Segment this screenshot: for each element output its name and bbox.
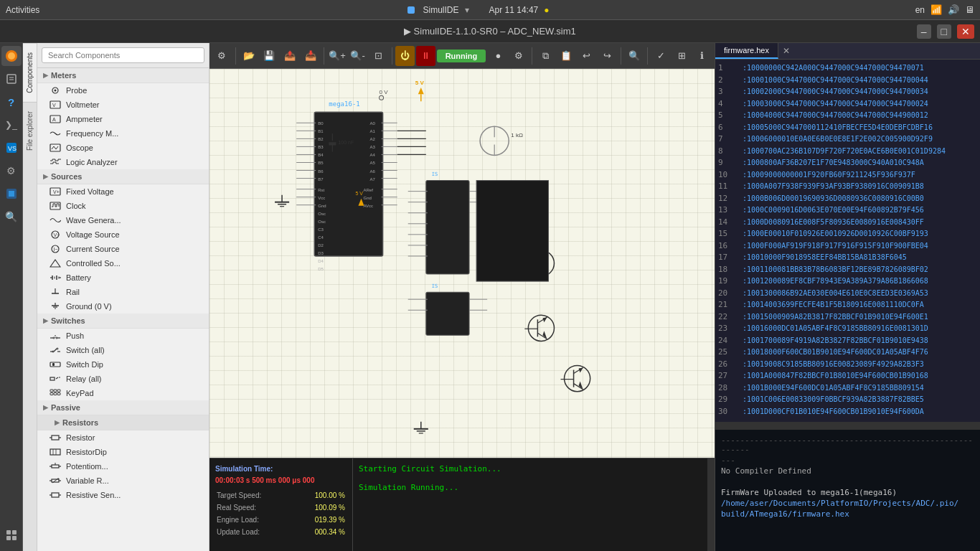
pause-btn[interactable]: ⏸ bbox=[416, 46, 435, 66]
circuit-canvas[interactable]: mega16-1 B0 B1 B2 B3 B4 B5 B6 B7 Rst Vcc… bbox=[209, 69, 715, 458]
zoom-fit-btn[interactable]: ⊡ bbox=[369, 46, 388, 66]
info-btn[interactable]: ℹ bbox=[692, 46, 712, 66]
sidebar-icon-files[interactable] bbox=[1, 69, 22, 89]
item-voltage-source[interactable]: V~ Voltage Source bbox=[37, 227, 209, 242]
sidebar-icon-firefox[interactable] bbox=[1, 46, 22, 66]
sidebar-icon-vscode[interactable]: VS bbox=[1, 138, 22, 158]
power-btn[interactable]: ⏻ bbox=[395, 46, 415, 66]
search-input[interactable] bbox=[42, 47, 204, 63]
item-current-source[interactable]: I~ Current Source bbox=[37, 242, 209, 256]
app-name[interactable]: SimulIDE bbox=[423, 5, 459, 15]
dropdown-arrow[interactable]: ▾ bbox=[465, 5, 469, 15]
hex-line: 15 :1000E00010F010926E0010926D0010926C00… bbox=[718, 228, 977, 240]
redo-btn[interactable]: ↪ bbox=[598, 46, 617, 66]
paste-btn[interactable]: 📋 bbox=[557, 46, 576, 66]
open-btn[interactable]: 📂 bbox=[240, 46, 259, 66]
item-fixed-voltage[interactable]: V+ Fixed Voltage bbox=[37, 184, 209, 199]
hex-line: 18 :1001100081BB83B78B6083BF12BE89B78260… bbox=[718, 264, 977, 276]
sidebar-icon-grid[interactable] bbox=[1, 525, 22, 545]
check-btn[interactable]: ✓ bbox=[651, 46, 671, 66]
item-probe[interactable]: Probe bbox=[37, 83, 209, 98]
simulation-console[interactable]: Starting Circuit Simulation... Simulatio… bbox=[353, 458, 707, 551]
grid-btn[interactable]: ⊞ bbox=[672, 46, 692, 66]
sidebar-icon-settings[interactable]: ⚙ bbox=[1, 161, 22, 181]
zoom-in-btn[interactable]: 🔍+ bbox=[328, 46, 347, 66]
sidebar-icon-help[interactable]: ? bbox=[1, 92, 22, 112]
vtab-file-explorer[interactable]: File explorer bbox=[23, 102, 37, 159]
display-icon: 🖥 bbox=[965, 4, 974, 15]
passive-header[interactable]: ▶ Passive bbox=[37, 400, 209, 415]
sources-header[interactable]: ▶ Sources bbox=[37, 169, 209, 184]
hex-line: 16 :1000F000AF919F918F917F916F915F910F90… bbox=[718, 240, 977, 253]
resistors-label: Resistors bbox=[62, 418, 98, 427]
svg-text:B1: B1 bbox=[318, 129, 324, 133]
item-resistive-sensor[interactable]: Resistive Sen... bbox=[37, 488, 209, 502]
undo-btn[interactable]: ↩ bbox=[578, 46, 597, 66]
hex-scrollbar[interactable] bbox=[715, 422, 980, 429]
item-relay-all[interactable]: Relay (all) bbox=[37, 372, 209, 386]
sim-scrollbar[interactable] bbox=[707, 458, 715, 551]
zoom-out-btn[interactable]: 🔍- bbox=[348, 46, 367, 66]
item-rail[interactable]: Rail bbox=[37, 285, 209, 299]
item-potentiometer[interactable]: Potentiom... bbox=[37, 459, 209, 474]
hex-line: 30 :1001D000CF01B010E94F600CB01B9010E94F… bbox=[718, 406, 977, 418]
svg-text:V: V bbox=[52, 103, 56, 108]
svg-rect-145 bbox=[426, 292, 469, 335]
hex-line: 9 :1000800AF36B207E1F70E9483000C940A010C… bbox=[718, 157, 977, 169]
hex-line: 27 :1001A000847F82BBCF01B8010E94F600CB01… bbox=[718, 370, 977, 382]
item-battery[interactable]: Battery bbox=[37, 270, 209, 285]
item-switch-all[interactable]: Switch (all) bbox=[37, 343, 209, 357]
settings-btn[interactable]: ⚙ bbox=[212, 46, 232, 66]
meters-header[interactable]: ▶ Meters bbox=[37, 68, 209, 83]
svg-text:A5: A5 bbox=[370, 161, 376, 165]
export-btn[interactable]: 📤 bbox=[281, 46, 300, 66]
item-keypad[interactable]: KeyPad bbox=[37, 386, 209, 400]
save-btn[interactable]: 💾 bbox=[260, 46, 279, 66]
item-wave-gen[interactable]: Wave Genera... bbox=[37, 213, 209, 227]
copy-btn[interactable]: ⧉ bbox=[536, 46, 555, 66]
item-resistor-dip[interactable]: ResistorDip bbox=[37, 445, 209, 459]
resistors-subheader[interactable]: ▶ Resistors bbox=[37, 415, 209, 430]
item-controlled-source[interactable]: Controlled So... bbox=[37, 256, 209, 270]
svg-text:VS: VS bbox=[8, 145, 17, 152]
update-load-value: 000.34 % bbox=[293, 527, 345, 537]
item-voltmeter[interactable]: V Voltmeter bbox=[37, 98, 209, 112]
activities-label[interactable]: Activities bbox=[6, 5, 39, 15]
vtab-components[interactable]: Components bbox=[23, 43, 37, 102]
sidebar-icon-terminal[interactable]: ❯_ bbox=[1, 115, 22, 135]
item-variable-r[interactable]: Variable R... bbox=[37, 474, 209, 488]
find-btn[interactable]: 🔍 bbox=[625, 46, 644, 66]
svg-text:Gnd: Gnd bbox=[363, 196, 371, 200]
svg-text:V~: V~ bbox=[54, 232, 60, 237]
close-button[interactable]: ✕ bbox=[957, 24, 974, 39]
lang-label[interactable]: en bbox=[915, 5, 925, 15]
item-logic-analyzer[interactable]: Logic Analyzer bbox=[37, 155, 209, 169]
console-line: FirmWare Uploaded to mega16-1(mega16) bbox=[721, 488, 974, 497]
svg-text:Osc: Osc bbox=[318, 220, 326, 224]
sidebar-icon-search[interactable]: 🔍 bbox=[1, 207, 22, 227]
hex-line: 17 :10010000F9018958EEF84BB15BA81B38F604… bbox=[718, 252, 977, 264]
maximize-button[interactable]: □ bbox=[937, 24, 951, 39]
item-resistor[interactable]: Resistor bbox=[37, 430, 209, 445]
item-clock[interactable]: Clock bbox=[37, 199, 209, 213]
switches-header[interactable]: ▶ Switches bbox=[37, 314, 209, 329]
item-push[interactable]: Push bbox=[37, 329, 209, 343]
circuit-settings-btn[interactable]: ⚙ bbox=[509, 46, 529, 66]
sidebar-icon-circuit[interactable] bbox=[1, 184, 22, 204]
hex-tab-close[interactable]: ✕ bbox=[778, 43, 794, 59]
svg-text:A6: A6 bbox=[370, 169, 376, 174]
probe-mode-btn[interactable]: ● bbox=[489, 46, 508, 66]
right-console[interactable]: ----------------------------------------… bbox=[715, 429, 980, 551]
minimize-button[interactable]: – bbox=[917, 24, 931, 39]
item-frequency[interactable]: Frequency M... bbox=[37, 126, 209, 141]
item-ampmeter[interactable]: A Ampmeter bbox=[37, 112, 209, 126]
item-switch-dip[interactable]: Switch Dip bbox=[37, 357, 209, 372]
hex-content[interactable]: 1 :10000000C942A000C9447000C9447000C9447… bbox=[715, 60, 980, 422]
item-oscope[interactable]: Oscope bbox=[37, 141, 209, 155]
hex-tab[interactable]: firmware.hex bbox=[715, 43, 778, 59]
import-btn[interactable]: 📥 bbox=[301, 46, 320, 66]
svg-marker-179 bbox=[579, 368, 583, 373]
svg-text:IS: IS bbox=[432, 283, 438, 289]
toolbar-sep-3 bbox=[392, 47, 392, 65]
item-ground[interactable]: Ground (0 V) bbox=[37, 299, 209, 314]
